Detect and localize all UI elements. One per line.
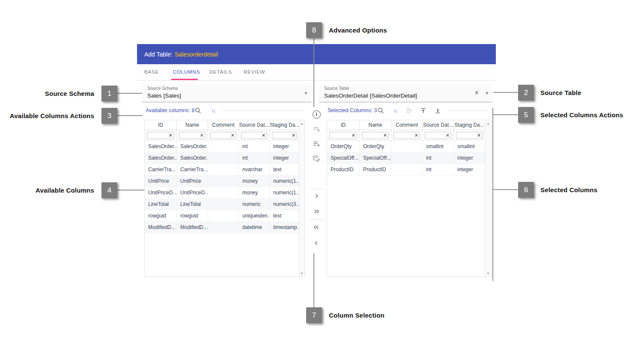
filter-text-field[interactable] [456, 133, 476, 138]
cell: datetime [239, 222, 270, 233]
move-to-top-icon[interactable] [419, 106, 427, 115]
filter-input[interactable]: ✕ [147, 132, 174, 139]
filter-clear-icon[interactable]: ✕ [413, 133, 420, 138]
scrollbar[interactable]: ▲ ▼ [299, 120, 304, 277]
search-icon[interactable] [376, 106, 385, 115]
filter-text-field[interactable] [425, 133, 444, 138]
column-header[interactable]: ID [145, 120, 177, 130]
table-row[interactable]: SpecialOff...SpecialOff...intinteger [327, 152, 491, 164]
column-header[interactable]: Staging Da... [454, 120, 485, 130]
cell: text [270, 164, 300, 175]
column-header[interactable]: Source Dat... [423, 120, 454, 130]
dialog-tabs: BASE COLUMNS DETAILS REVIEW [137, 64, 496, 80]
move-right-button[interactable] [309, 191, 324, 201]
table-row[interactable]: UnitPriceUnitPricemoneynumeric(1... [145, 175, 304, 187]
maximize-button[interactable] [604, 44, 617, 64]
table-row[interactable]: SalesOrder...SalesOrder...intinteger [145, 141, 304, 152]
filter-text-field[interactable] [242, 133, 260, 138]
tab-columns[interactable]: COLUMNS [173, 64, 200, 80]
tab-base[interactable]: BASE [144, 64, 159, 80]
filter-text-field[interactable] [330, 133, 350, 138]
column-header[interactable]: Source Dat... [239, 120, 270, 130]
column-header[interactable]: Comment [391, 120, 423, 130]
edit-staging-table-icon[interactable] [309, 153, 324, 164]
filter-clear-icon[interactable]: ✕ [350, 133, 357, 138]
table-row[interactable]: OrderQtyOrderQtysmallintsmallint [327, 141, 491, 152]
source-table-select[interactable]: Source Table SalesOrderDetail [SalesOrde… [319, 84, 493, 102]
source-schema-label: Source Schema [147, 86, 178, 91]
cell [208, 199, 239, 210]
filter-text-field[interactable] [272, 133, 290, 138]
scrollbar[interactable]: ▲ ▼ [485, 120, 491, 277]
filter-clear-icon[interactable]: ✕ [290, 133, 297, 138]
cell [208, 152, 239, 164]
column-header[interactable]: Comment [208, 120, 239, 130]
filter-clear-icon[interactable]: ✕ [382, 133, 388, 138]
callout-number-5: 5 [518, 107, 534, 123]
filter-text-field[interactable] [211, 133, 230, 138]
callout-label-selected-columns-actions: Selected Columns Actions [540, 111, 623, 119]
filter-input[interactable]: ✕ [394, 132, 420, 139]
table-row[interactable]: SalesOrder...SalesOrder...intinteger [145, 152, 304, 164]
column-header[interactable]: Name [177, 120, 208, 130]
filter-clear-icon[interactable]: ✕ [230, 133, 236, 138]
remove-column-icon[interactable] [405, 106, 413, 115]
remove-all-left-button[interactable] [309, 222, 324, 232]
filter-text-field[interactable] [147, 133, 167, 138]
move-all-right-button[interactable] [309, 206, 324, 217]
table-row[interactable]: CarrierTra...CarrierTra...nvarchartext [145, 164, 304, 175]
source-schema-select[interactable]: Source Schema Sales [Sales] ▾ [142, 84, 311, 102]
sort-icon[interactable]: ↑↓ [209, 107, 217, 115]
filter-input[interactable]: ✕ [362, 132, 389, 139]
table-row[interactable]: LineTotalLineTotalnumericnumeric(3... [145, 199, 304, 210]
table-row[interactable]: UnitPriceD...UnitPriceD...moneynumeric(1… [145, 187, 304, 199]
column-header[interactable]: Name [360, 120, 391, 130]
filter-cell: ✕ [145, 130, 177, 141]
cell: LineTotal [145, 199, 177, 210]
filter-text-field[interactable] [394, 133, 413, 138]
remove-left-button[interactable] [309, 238, 324, 248]
auto-map-columns-button[interactable] [309, 124, 324, 134]
table-row[interactable]: ModifiedD...ModifiedD...datetimetimestam… [145, 222, 304, 233]
tab-details[interactable]: DETAILS [209, 64, 232, 80]
chevron-down-icon[interactable]: ▾ [304, 90, 307, 96]
move-to-bottom-icon[interactable] [433, 106, 442, 115]
filter-input[interactable]: ✕ [210, 132, 236, 139]
column-header[interactable]: ID [327, 120, 360, 130]
filter-clear-icon[interactable]: ✕ [476, 133, 482, 138]
chevron-down-icon[interactable]: ▾ [486, 90, 488, 96]
filter-input[interactable]: ✕ [329, 132, 357, 139]
close-button[interactable]: ✕ [619, 44, 632, 64]
scroll-up-icon[interactable]: ▲ [485, 122, 491, 125]
filter-input[interactable]: ✕ [425, 132, 451, 139]
scroll-down-icon[interactable]: ▼ [485, 272, 491, 275]
filter-input[interactable]: ✕ [272, 132, 297, 139]
callout-label-column-selection: Column Selection [329, 312, 385, 319]
close-icon: ✕ [622, 51, 628, 58]
filter-input[interactable]: ✕ [179, 132, 206, 139]
advanced-options-button[interactable]: i [309, 109, 324, 119]
filter-clear-icon[interactable]: ✕ [260, 133, 267, 138]
filter-input[interactable]: ✕ [241, 132, 267, 139]
info-icon: i [313, 110, 321, 119]
column-header[interactable]: Staging Da... [270, 120, 300, 130]
table-header-row: IDNameCommentSource Dat...Staging Da... [145, 120, 304, 130]
tab-review[interactable]: REVIEW [244, 64, 265, 80]
scroll-up-icon[interactable]: ▲ [299, 122, 304, 125]
filter-clear-icon[interactable]: ✕ [167, 133, 174, 138]
filter-input[interactable]: ✕ [456, 132, 483, 139]
sort-icon[interactable]: ↑↓ [391, 107, 399, 115]
cell: CarrierTra... [177, 164, 208, 175]
callout-number-7: 7 [306, 307, 322, 323]
search-icon[interactable] [194, 106, 202, 115]
cell: money [239, 187, 270, 198]
filter-clear-icon[interactable]: ✕ [199, 133, 205, 138]
clear-icon[interactable]: ✕ [474, 89, 479, 96]
filter-text-field[interactable] [179, 133, 199, 138]
filter-text-field[interactable] [362, 133, 382, 138]
table-row[interactable]: ProductIDProductIDintinteger [327, 164, 491, 175]
filter-clear-icon[interactable]: ✕ [444, 133, 451, 138]
table-row[interactable]: rowguidrowguiduniqueiden...text [145, 210, 304, 222]
add-column-icon[interactable] [309, 139, 324, 149]
scroll-down-icon[interactable]: ▼ [299, 272, 304, 275]
